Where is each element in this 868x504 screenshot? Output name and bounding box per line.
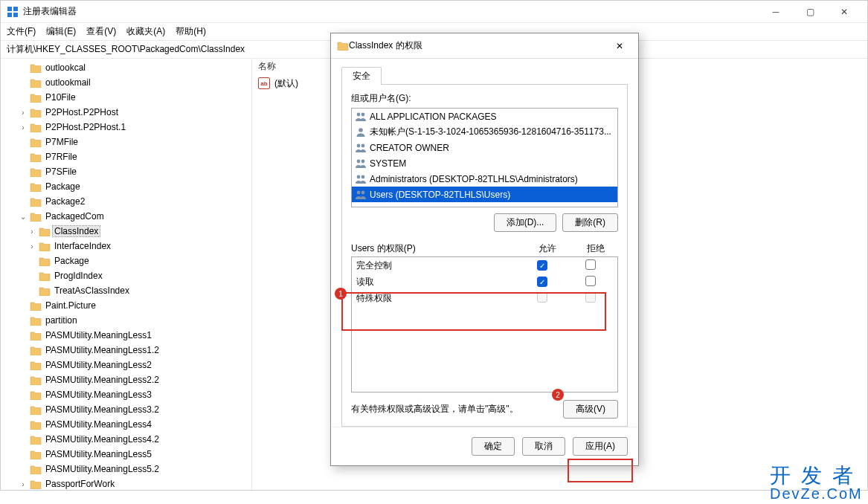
tree-item[interactable]: PASMUtility.MeaningLess5: [1, 447, 251, 462]
dialog-titlebar[interactable]: ClassIndex 的权限 ✕: [331, 33, 638, 59]
cancel-button[interactable]: 取消: [522, 437, 565, 456]
deny-checkbox[interactable]: [585, 259, 596, 270]
tree-item[interactable]: P7MFile: [1, 135, 251, 149]
folder-icon: [30, 108, 42, 117]
principal-name: CREATOR OWNER: [370, 143, 449, 153]
expand-toggle[interactable]: ›: [19, 123, 28, 132]
folder-icon: [39, 256, 51, 266]
folder-icon: [39, 286, 51, 296]
menu-edit[interactable]: 编辑(E): [46, 25, 76, 38]
tree-item[interactable]: ProgIdIndex: [1, 268, 251, 283]
tree-item[interactable]: PASMUtility.MeaningLess3.2: [1, 402, 251, 417]
permission-name: 完全控制: [356, 259, 516, 272]
tree-item[interactable]: PASMUtility.MeaningLess2.2: [1, 372, 251, 387]
permission-row: 完全控制✓: [352, 257, 617, 274]
tree-item[interactable]: partition: [1, 313, 251, 328]
tree-item[interactable]: ›ClassIndex: [1, 224, 251, 239]
menu-file[interactable]: 文件(F): [7, 25, 36, 38]
tree-item[interactable]: outlookmail: [1, 75, 251, 90]
tree-item[interactable]: P10File: [1, 90, 251, 105]
tree-item[interactable]: PASMUtility.MeaningLess4.2: [1, 432, 251, 447]
tree-item-label: outlookcal: [44, 62, 87, 73]
expand-toggle[interactable]: ⌄: [19, 213, 28, 221]
principal-row[interactable]: CREATOR OWNER: [352, 140, 617, 155]
deny-checkbox: [585, 292, 596, 303]
registry-tree[interactable]: outlookcaloutlookmailP10File›P2PHost.P2P…: [1, 59, 252, 490]
folder-icon: [30, 465, 42, 474]
deny-checkbox[interactable]: [585, 276, 596, 286]
permissions-dialog: ClassIndex 的权限 ✕ 安全 组或用户名(G): ALL APPLIC…: [330, 33, 639, 466]
folder-icon: [30, 63, 42, 73]
close-button[interactable]: ✕: [827, 1, 861, 22]
folder-icon: [30, 301, 42, 311]
values-col-name[interactable]: 名称: [258, 60, 276, 73]
tab-security[interactable]: 安全: [341, 67, 382, 85]
principals-list[interactable]: ALL APPLICATION PACKAGES未知帐户(S-1-15-3-10…: [351, 108, 618, 207]
tree-item[interactable]: Paint.Picture: [1, 298, 251, 313]
tree-item[interactable]: PASMUtility.MeaningLess3: [1, 387, 251, 402]
titlebar[interactable]: 注册表编辑器 ─ ▢ ✕: [1, 1, 867, 23]
tree-item[interactable]: Package: [1, 179, 251, 194]
dialog-close-button[interactable]: ✕: [607, 35, 632, 57]
allow-checkbox: [537, 292, 547, 303]
tree-item[interactable]: PASMUtility.MeaningLess5.2: [1, 462, 251, 476]
tree-item-label: Package: [53, 256, 91, 266]
tree-item[interactable]: P7SFile: [1, 164, 251, 179]
menu-fav[interactable]: 收藏夹(A): [126, 25, 165, 38]
principal-row[interactable]: Administrators (DESKTOP-82TLHLS\Administ…: [352, 171, 617, 187]
add-button[interactable]: 添加(D)...: [494, 213, 557, 232]
app-icon: [7, 6, 19, 18]
allow-checkbox[interactable]: ✓: [537, 277, 547, 287]
folder-icon: [30, 390, 42, 400]
expand-toggle[interactable]: ›: [28, 227, 36, 236]
tree-item[interactable]: P7RFile: [1, 149, 251, 164]
tree-item[interactable]: PASMUtility.MeaningLess1: [1, 328, 251, 343]
principal-row[interactable]: ALL APPLICATION PACKAGES: [352, 109, 617, 124]
tree-item-label: PASMUtility.MeaningLess4.2: [44, 434, 161, 445]
tree-item[interactable]: PASMUtility.MeaningLess4: [1, 417, 251, 432]
tree-item-label: Package: [44, 181, 82, 192]
tree-item[interactable]: TreatAsClassIndex: [1, 283, 251, 298]
principal-row[interactable]: Users (DESKTOP-82TLHLS\Users): [352, 187, 617, 202]
principal-icon: [355, 143, 367, 153]
tree-item[interactable]: PASMUtility.MeaningLess1.2: [1, 343, 251, 358]
folder-icon: [39, 271, 51, 281]
principal-row[interactable]: SYSTEM: [352, 155, 617, 171]
tree-item[interactable]: ⌄PackagedCom: [1, 209, 251, 224]
annotation-badge-1: 1: [335, 288, 347, 300]
tree-item[interactable]: ›P2PHost.P2PHost.1: [1, 120, 251, 135]
tree-item[interactable]: ›PassportForWork: [1, 476, 251, 490]
tree-item[interactable]: Package: [1, 253, 251, 268]
folder-icon: [30, 450, 42, 459]
expand-toggle[interactable]: ›: [19, 109, 28, 117]
advanced-hint: 有关特殊权限或高级设置，请单击"高级"。: [351, 403, 563, 416]
principal-icon: [355, 190, 367, 200]
folder-icon: [30, 78, 42, 88]
tree-item[interactable]: ›InterfaceIndex: [1, 239, 251, 253]
tree-item[interactable]: outlookcal: [1, 60, 251, 75]
advanced-button[interactable]: 高级(V): [563, 400, 618, 419]
tree-item[interactable]: ›P2PHost.P2PHost: [1, 105, 251, 120]
apply-button[interactable]: 应用(A): [573, 437, 628, 456]
expand-toggle[interactable]: ›: [28, 242, 36, 251]
remove-button[interactable]: 删除(R): [562, 213, 618, 232]
ok-button[interactable]: 确定: [472, 437, 515, 456]
maximize-button[interactable]: ▢: [793, 1, 827, 22]
principal-row[interactable]: 未知帐户(S-1-15-3-1024-1065365936-1281604716…: [352, 124, 617, 140]
folder-icon: [30, 361, 42, 370]
watermark-line2: DevZe.CoM: [770, 486, 864, 501]
tree-item[interactable]: PASMUtility.MeaningLess2: [1, 358, 251, 372]
tree-item-label: PassportForWork: [44, 479, 116, 489]
folder-icon: [30, 123, 42, 132]
menu-help[interactable]: 帮助(H): [176, 25, 206, 38]
tree-item-label: PASMUtility.MeaningLess1.2: [44, 345, 161, 355]
minimize-button[interactable]: ─: [759, 1, 793, 22]
tree-item-label: P2PHost.P2PHost: [44, 107, 120, 117]
expand-toggle[interactable]: ›: [19, 480, 28, 488]
permissions-label: Users 的权限(P): [351, 242, 521, 255]
allow-checkbox[interactable]: ✓: [537, 260, 547, 271]
folder-icon: [30, 375, 42, 385]
dialog-title: ClassIndex 的权限: [349, 39, 422, 52]
tree-item[interactable]: Package2: [1, 194, 251, 209]
menu-view[interactable]: 查看(V): [86, 25, 116, 38]
